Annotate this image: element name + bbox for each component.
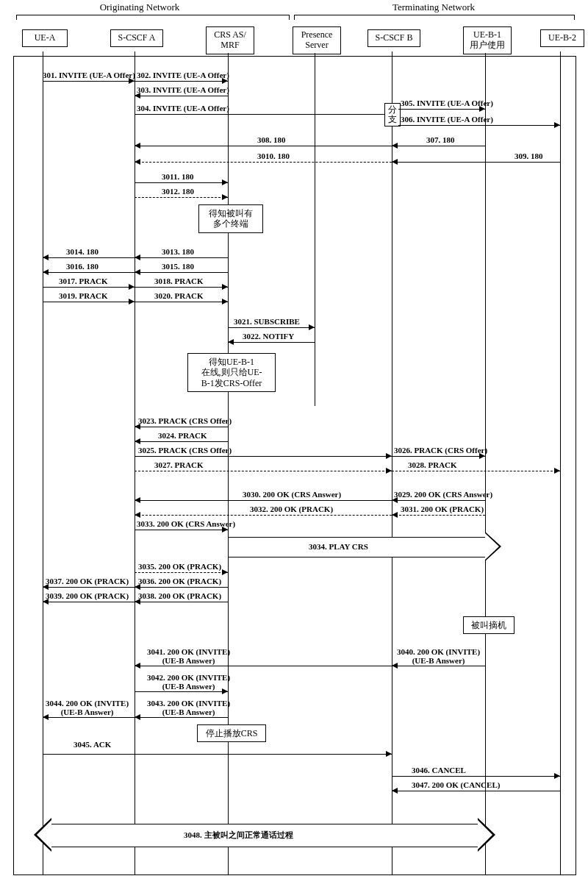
- msg-304: 304. INVITE (UE-A Offer): [137, 104, 229, 113]
- note-multi-text: 得知被叫有 多个终端: [209, 208, 253, 229]
- msg-3025: 3025. PRACK (CRS Offer): [138, 446, 232, 455]
- actor-presence: Presence Server: [293, 26, 341, 54]
- msg-3016-line: [43, 272, 135, 273]
- actor-ueb2-label: UE-B-2: [548, 32, 576, 43]
- actor-ueb2: UE-B-2: [540, 29, 584, 47]
- msg-3010-line: [135, 162, 392, 163]
- diagram-frame: [13, 56, 576, 875]
- msg-308: 308. 180: [257, 135, 286, 144]
- note-stop-text: 停止播放CRS: [206, 728, 258, 738]
- msg-301: 301. INVITE (UE-A Offer): [43, 71, 135, 79]
- actor-scscfb: S-CSCF B: [368, 29, 420, 47]
- msg-303-line: [135, 96, 228, 96]
- msg-3017: 3017. PRACK: [59, 277, 108, 285]
- msg-3043: 3043. 200 OK (INVITE) (UE-B Answer): [147, 699, 230, 716]
- msg-3012-arrow: [222, 194, 228, 200]
- msg-303: 303. INVITE (UE-A Offer): [137, 85, 229, 94]
- msg-3026-line: [392, 456, 485, 457]
- originating-bracket: [16, 15, 290, 20]
- msg-3030-line: [135, 500, 392, 501]
- msg-3020-arrow: [222, 299, 228, 304]
- msg-3017-arrow: [129, 284, 135, 290]
- actor-scscfa-label: S-CSCF A: [118, 32, 155, 43]
- msg-3023: 3023. PRACK (CRS Offer): [138, 416, 232, 425]
- msg-3012-line: [135, 197, 228, 198]
- msg-3047-line: [392, 791, 560, 791]
- actor-ueb1-label: UE-B-1 用户使用: [470, 29, 505, 50]
- msg-305-line: [398, 109, 485, 110]
- msg-306: 306. INVITE (UE-A Offer): [401, 115, 493, 124]
- terminating-label: Terminating Network: [353, 1, 514, 13]
- msg-3041-arrow: [135, 663, 140, 669]
- msg-3011-line: [135, 182, 228, 183]
- note-multi: 得知被叫有 多个终端: [198, 204, 263, 233]
- msg-3025-arrow: [386, 453, 392, 459]
- msg-3020: 3020. PRACK: [154, 291, 204, 300]
- msg-3034-head-inner: [485, 533, 499, 560]
- actor-uea-label: UE-A: [35, 32, 56, 43]
- msg-3021: 3021. SUBSCRIBE: [234, 317, 300, 326]
- msg-3045: 3045. ACK: [74, 740, 111, 749]
- terminating-bracket: [294, 15, 575, 20]
- msg-3029: 3029. 200 OK (CRS Answer): [394, 490, 492, 499]
- msg-3042-line: [135, 691, 228, 692]
- note-stop: 停止播放CRS: [197, 724, 266, 742]
- note-offhook-text: 被叫摘机: [471, 620, 506, 630]
- msg-3027: 3027. PRACK: [154, 460, 204, 469]
- msg-3046: 3046. CANCEL: [412, 766, 466, 774]
- msg-3036: 3036. 200 OK (PRACK): [138, 577, 221, 585]
- actor-uea: UE-A: [22, 29, 68, 47]
- msg-3016-arrow: [43, 269, 49, 275]
- msg-3012: 3012. 180: [162, 187, 194, 196]
- msg-3022-arrow: [228, 339, 234, 345]
- msg-3046-line: [392, 776, 560, 777]
- msg-3033-line: [135, 530, 228, 530]
- msg-308-arrow: [135, 143, 140, 149]
- msg-3027-arrow: [386, 468, 392, 474]
- msg-3019: 3019. PRACK: [59, 291, 108, 300]
- msg-3035: 3035. 200 OK (PRACK): [138, 562, 221, 571]
- msg-302-line: [135, 81, 228, 82]
- msg-3028-arrow: [554, 468, 560, 474]
- msg-3031-line: [392, 515, 485, 516]
- msg-3013-arrow: [135, 254, 140, 260]
- fork-box: 分 支: [384, 103, 401, 127]
- msg-3022: 3022. NOTIFY: [243, 332, 294, 341]
- msg-3036-line: [135, 587, 228, 588]
- msg-3042: 3042. 200 OK (INVITE) (UE-B Answer): [147, 673, 230, 691]
- msg-3048: 3048. 主被叫之间正常通话过程: [184, 830, 293, 841]
- msg-3048-head-l-inner: [37, 820, 51, 849]
- msg-3024-arrow: [135, 438, 140, 444]
- msg-3038-line: [135, 602, 228, 602]
- msg-3028-line: [392, 471, 560, 471]
- msg-3043-line: [135, 717, 228, 718]
- msg-3018-arrow: [222, 284, 228, 290]
- fork-label: 分 支: [388, 104, 397, 124]
- msg-3046-arrow: [554, 773, 560, 779]
- msg-3045-arrow: [386, 751, 392, 757]
- msg-3023-line: [135, 427, 228, 427]
- msg-3029-line: [392, 500, 485, 501]
- actor-scscfb-label: S-CSCF B: [375, 32, 412, 43]
- msg-3026: 3026. PRACK (CRS Offer): [394, 446, 487, 455]
- msg-3038: 3038. 200 OK (PRACK): [138, 591, 221, 600]
- msg-3017-line: [43, 287, 135, 288]
- msg-3021-arrow: [309, 324, 315, 330]
- msg-3030: 3030. 200 OK (CRS Answer): [243, 490, 341, 499]
- msg-307-arrow: [392, 143, 398, 149]
- msg-3013-line: [135, 257, 228, 258]
- msg-3013: 3013. 180: [162, 247, 194, 256]
- msg-3018: 3018. PRACK: [154, 277, 204, 285]
- actor-presence-label: Presence Server: [301, 29, 333, 50]
- msg-3032-line: [135, 515, 392, 516]
- msg-3010: 3010. 180: [257, 152, 290, 160]
- msg-3037-line: [43, 587, 135, 588]
- msg-3014: 3014. 180: [66, 247, 98, 256]
- msg-3041-line: [135, 666, 392, 666]
- note-online-text: 得知UE-B-1 在线,则只给UE- B-1发CRS-Offer: [201, 357, 262, 388]
- msg-3045-line: [43, 754, 392, 755]
- msg-3021-line: [228, 327, 315, 328]
- msg-3030-arrow: [135, 497, 140, 503]
- msg-3011: 3011. 180: [162, 172, 193, 181]
- msg-3031: 3031. 200 OK (PRACK): [401, 505, 484, 513]
